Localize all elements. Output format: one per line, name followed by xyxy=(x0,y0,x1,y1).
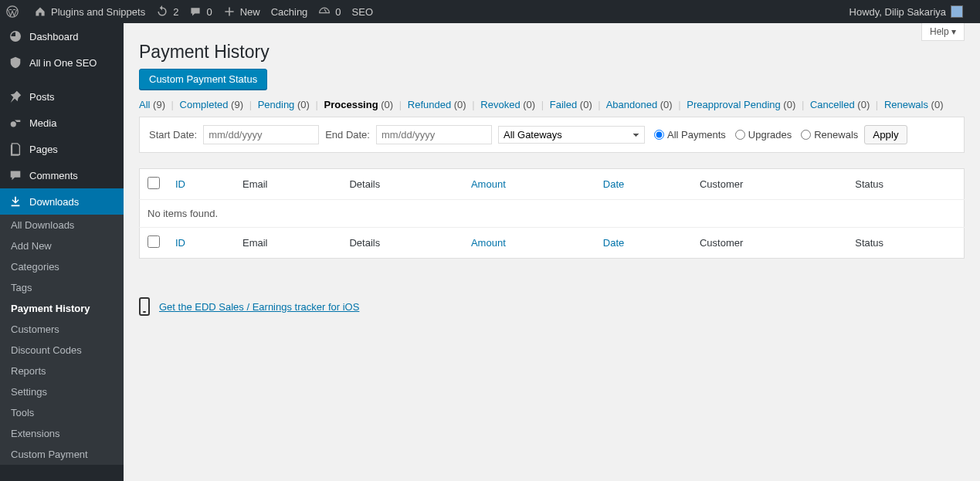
site-name: Plugins and Snippets xyxy=(51,6,145,18)
comments-link[interactable]: 0 xyxy=(189,5,212,18)
updates-link[interactable]: 2 xyxy=(156,5,178,18)
plus-icon xyxy=(223,5,236,18)
performance-link[interactable]: 0 xyxy=(318,5,341,18)
home-icon xyxy=(34,5,46,18)
caching-link[interactable]: Caching xyxy=(271,6,308,18)
seo-label: SEO xyxy=(352,6,373,18)
admin-toolbar: Plugins and Snippets 2 0 New Caching 0 S… xyxy=(0,0,980,23)
updates-count: 2 xyxy=(173,6,178,18)
caching-label: Caching xyxy=(271,6,308,18)
avatar xyxy=(951,5,963,18)
seo-link[interactable]: SEO xyxy=(352,6,373,18)
update-icon xyxy=(156,5,168,18)
gauge-icon xyxy=(318,5,331,18)
account-link[interactable]: Howdy, Dilip Sakariya xyxy=(849,5,963,18)
comments-count: 0 xyxy=(206,6,212,18)
site-link[interactable]: Plugins and Snippets xyxy=(34,5,145,18)
howdy-text: Howdy, Dilip Sakariya xyxy=(849,6,946,18)
new-label: New xyxy=(240,6,260,18)
comment-icon xyxy=(189,5,202,18)
new-content-link[interactable]: New xyxy=(223,5,260,18)
performance-count: 0 xyxy=(335,6,341,18)
wordpress-icon xyxy=(6,5,19,18)
wp-logo[interactable] xyxy=(6,5,23,18)
